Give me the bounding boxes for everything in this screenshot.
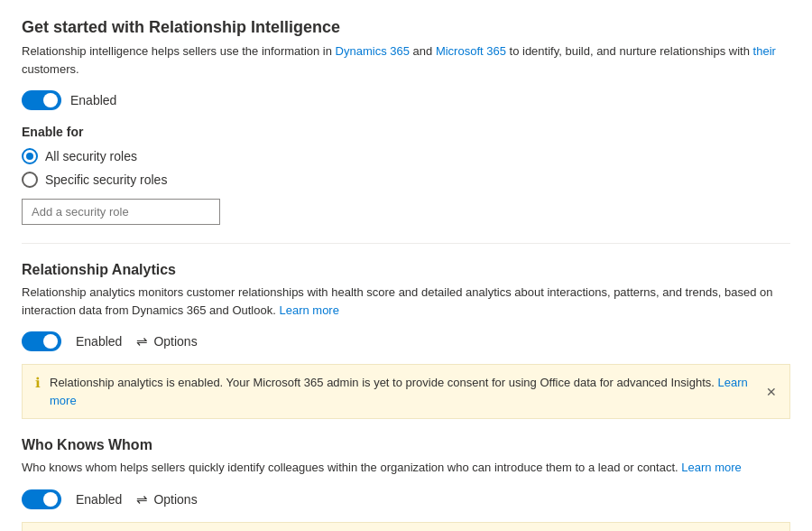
radio-group: All security roles Specific security rol… <box>22 148 790 188</box>
who-knows-whom-options-row: Enabled ⇌ Options <box>22 489 790 509</box>
relationship-analytics-options-button[interactable]: ⇌ Options <box>136 333 197 349</box>
radio-all-icon <box>22 148 38 164</box>
options-icon-2: ⇌ <box>136 491 148 508</box>
main-toggle-row: Enabled <box>22 90 790 110</box>
page-description: Relationship intelligence helps sellers … <box>22 42 790 78</box>
relationship-analytics-toggle[interactable] <box>22 331 61 351</box>
main-toggle[interactable] <box>22 90 61 110</box>
alert-icon-1: ℹ <box>35 375 41 391</box>
relationship-analytics-title: Relationship Analytics <box>22 262 790 278</box>
who-knows-whom-alert: ℹ Who knows whom is enabled but not acti… <box>22 522 790 532</box>
relationship-analytics-toggle-label: Enabled <box>76 334 122 349</box>
relationship-analytics-options-row: Enabled ⇌ Options <box>22 331 790 351</box>
relationship-analytics-learn-more[interactable]: Learn more <box>279 303 338 317</box>
who-knows-whom-toggle-label: Enabled <box>76 492 122 507</box>
radio-specific-security-roles[interactable]: Specific security roles <box>22 172 790 188</box>
who-knows-whom-toggle[interactable] <box>22 489 61 509</box>
who-knows-whom-learn-more[interactable]: Learn more <box>681 461 741 474</box>
relationship-analytics-alert-text: Relationship analytics is enabled. Your … <box>50 374 777 409</box>
radio-all-label: All security roles <box>45 149 137 163</box>
their-link[interactable]: their <box>753 44 776 58</box>
radio-all-security-roles[interactable]: All security roles <box>22 148 790 164</box>
dynamics-link[interactable]: Dynamics 365 <box>336 44 410 58</box>
options-icon-1: ⇌ <box>136 333 148 349</box>
who-knows-whom-section: Who Knows Whom Who knows whom helps sell… <box>22 437 790 531</box>
who-knows-whom-options-button[interactable]: ⇌ Options <box>136 491 197 508</box>
radio-specific-label: Specific security roles <box>45 172 167 187</box>
enable-for-section: Enable for All security roles Specific s… <box>22 125 790 225</box>
relationship-analytics-options-label: Options <box>153 334 197 349</box>
security-role-input[interactable] <box>22 199 220 225</box>
relationship-analytics-alert-close[interactable]: ✕ <box>762 383 780 401</box>
main-toggle-label: Enabled <box>70 93 116 107</box>
who-knows-whom-options-label: Options <box>153 492 197 507</box>
enable-for-label: Enable for <box>22 125 790 139</box>
divider-1 <box>22 243 790 244</box>
microsoft365-link[interactable]: Microsoft 365 <box>436 44 506 58</box>
who-knows-whom-title: Who Knows Whom <box>22 437 790 453</box>
who-knows-whom-description: Who knows whom helps sellers quickly ide… <box>22 459 790 477</box>
relationship-analytics-description: Relationship analytics monitors customer… <box>22 284 790 319</box>
relationship-analytics-alert: ℹ Relationship analytics is enabled. You… <box>22 364 790 419</box>
relationship-analytics-section: Relationship Analytics Relationship anal… <box>22 262 790 419</box>
page-title: Get started with Relationship Intelligen… <box>22 18 790 37</box>
radio-specific-icon <box>22 172 38 188</box>
